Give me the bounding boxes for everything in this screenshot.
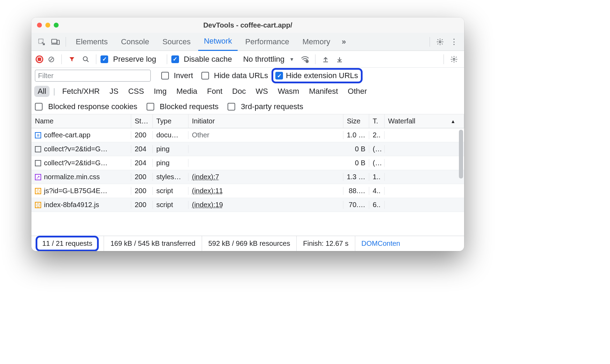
more-tabs-icon[interactable]: » [338, 36, 350, 48]
request-size: 1.3 … [343, 173, 369, 181]
disable-cache-checkbox[interactable] [171, 55, 179, 63]
invert-checkbox[interactable] [161, 72, 169, 79]
col-waterfall[interactable]: Waterfall ▲ [385, 114, 464, 128]
request-size: 70.… [343, 201, 369, 209]
invert-label[interactable]: Invert [174, 71, 193, 80]
divider [430, 37, 430, 47]
minimize-window-button[interactable] [45, 23, 50, 28]
main-tabs: Elements Console Sources Network Perform… [31, 33, 464, 51]
request-time: 1.. [369, 173, 385, 181]
filter-toggle-icon[interactable] [66, 53, 78, 65]
type-ws[interactable]: WS [252, 86, 271, 97]
request-type: script [153, 187, 188, 195]
filter-bar: Filter Invert Hide data URLs Hide extens… [31, 68, 464, 84]
col-type[interactable]: Type [153, 114, 188, 128]
initiator-link[interactable]: (index):11 [192, 187, 223, 195]
table-row[interactable]: ↗normalize.min.css200styles…(index):71.3… [31, 170, 464, 184]
type-js[interactable]: JS [106, 86, 122, 97]
ping-icon [35, 146, 41, 152]
upload-har-icon[interactable] [320, 53, 332, 65]
device-toggle-icon[interactable] [50, 36, 61, 48]
type-all[interactable]: All [34, 86, 50, 97]
col-size[interactable]: Size [343, 114, 369, 128]
col-initiator[interactable]: Initiator [188, 114, 343, 128]
hide-data-urls-label[interactable]: Hide data URLs [214, 71, 268, 80]
status-bar: 11 / 21 requests 169 kB / 545 kB transfe… [31, 236, 464, 251]
highlight-request-count: 11 / 21 requests [36, 236, 99, 251]
search-icon[interactable] [80, 53, 92, 65]
throttling-select[interactable]: No throttling ▼ [240, 55, 297, 64]
tab-network[interactable]: Network [198, 33, 238, 51]
table-row[interactable]: ⟨⟩index-8bfa4912.js200script(index):1970… [31, 198, 464, 212]
col-time[interactable]: T. [369, 114, 385, 128]
stylesheet-icon: ↗ [35, 174, 41, 180]
status-resources: 592 kB / 969 kB resources [202, 236, 297, 251]
kebab-menu-icon[interactable]: ⋮ [448, 36, 460, 48]
devtools-window: DevTools - coffee-cart.app/ Elements Con… [31, 17, 464, 251]
tab-elements[interactable]: Elements [70, 33, 113, 51]
type-fetch-xhr[interactable]: Fetch/XHR [59, 86, 103, 97]
maximize-window-button[interactable] [54, 23, 59, 28]
network-conditions-icon[interactable] [299, 53, 311, 65]
hide-extension-urls-checkbox[interactable] [275, 72, 283, 79]
blocked-requests-checkbox[interactable] [147, 103, 154, 111]
settings-icon[interactable] [434, 36, 446, 48]
table-row[interactable]: collect?v=2&tid=G…204ping0 B(… [31, 142, 464, 156]
type-other[interactable]: Other [344, 86, 371, 97]
svg-point-3 [439, 41, 441, 43]
preserve-log-checkbox[interactable] [101, 55, 108, 63]
col-status[interactable]: St… [131, 114, 153, 128]
request-status: 200 [131, 187, 153, 195]
table-header: Name St… Type Initiator Size T. Waterfal… [31, 114, 464, 128]
third-party-checkbox[interactable] [228, 103, 235, 111]
table-row[interactable]: ⟨⟩js?id=G-LB75G4E…200script(index):1188.… [31, 184, 464, 198]
tab-console[interactable]: Console [116, 33, 155, 51]
status-finish: Finish: 12.67 s [297, 236, 355, 251]
close-window-button[interactable] [37, 23, 42, 28]
filter-input[interactable]: Filter [35, 70, 151, 82]
request-time: 2.. [369, 131, 385, 139]
tab-sources[interactable]: Sources [157, 33, 196, 51]
record-button[interactable] [36, 55, 43, 63]
preserve-log-label[interactable]: Preserve log [113, 55, 156, 64]
inspect-icon[interactable] [36, 36, 47, 48]
col-name[interactable]: Name [31, 114, 131, 128]
status-domcontentloaded[interactable]: DOMConten [355, 236, 407, 251]
type-media[interactable]: Media [173, 86, 201, 97]
document-icon: ≡ [35, 132, 41, 138]
type-font[interactable]: Font [203, 86, 226, 97]
blocked-requests-label[interactable]: Blocked requests [160, 102, 219, 111]
download-har-icon[interactable] [334, 53, 345, 65]
disable-cache-label[interactable]: Disable cache [184, 55, 232, 64]
filter-placeholder: Filter [38, 72, 53, 80]
request-status: 204 [131, 145, 153, 153]
table-row[interactable]: ≡coffee-cart.app200docu…Other1.0 …2.. [31, 128, 464, 142]
hide-extension-urls-label[interactable]: Hide extension URLs [286, 71, 358, 80]
blocked-cookies-checkbox[interactable] [35, 103, 43, 111]
type-doc[interactable]: Doc [229, 86, 249, 97]
type-css[interactable]: CSS [125, 86, 147, 97]
script-icon: ⟨⟩ [35, 202, 41, 208]
request-name: js?id=G-LB75G4E… [44, 187, 107, 195]
table-row[interactable]: collect?v=2&tid=G…204ping0 B(… [31, 156, 464, 170]
request-status: 200 [131, 201, 153, 209]
table-body: ≡coffee-cart.app200docu…Other1.0 …2..col… [31, 128, 464, 212]
tab-memory[interactable]: Memory [297, 33, 336, 51]
tab-performance[interactable]: Performance [240, 33, 295, 51]
third-party-label[interactable]: 3rd-party requests [241, 102, 303, 111]
clear-button[interactable]: ⊘ [45, 53, 57, 65]
vertical-scrollbar[interactable] [459, 130, 463, 179]
type-img[interactable]: Img [150, 86, 170, 97]
svg-rect-2 [57, 40, 59, 44]
initiator-link[interactable]: (index):7 [192, 173, 219, 181]
request-time: (… [369, 145, 385, 153]
request-size: 88.… [343, 187, 369, 195]
initiator-link[interactable]: (index):19 [192, 201, 223, 209]
request-status: 200 [131, 173, 153, 181]
hide-data-urls-checkbox[interactable] [201, 72, 209, 79]
request-name: collect?v=2&tid=G… [44, 145, 107, 153]
type-manifest[interactable]: Manifest [305, 86, 341, 97]
type-wasm[interactable]: Wasm [274, 86, 303, 97]
network-settings-icon[interactable] [448, 53, 460, 65]
blocked-cookies-label[interactable]: Blocked response cookies [48, 102, 137, 111]
